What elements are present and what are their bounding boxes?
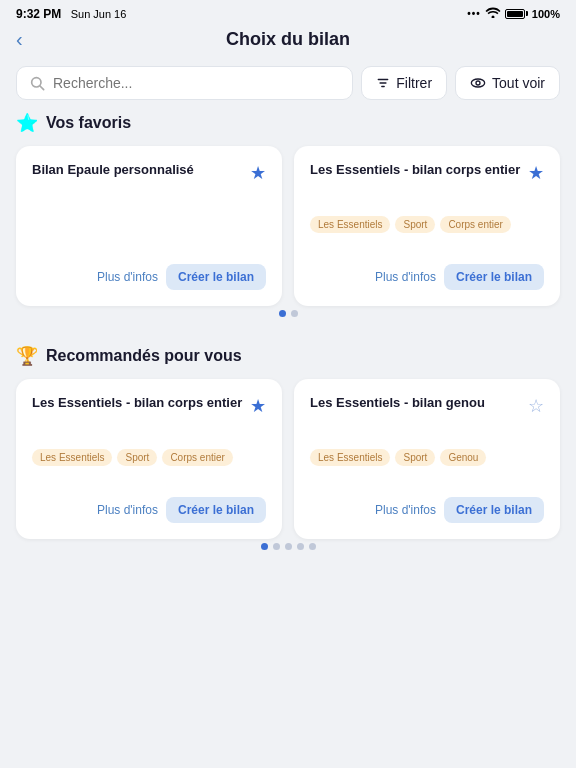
card-header-0-1: Les Essentiels - bilan corps entier★ (310, 162, 544, 184)
tag-sport: Sport (395, 216, 435, 233)
card-link-0-0[interactable]: Plus d'infos (97, 270, 158, 284)
card-title-1-0: Les Essentiels - bilan corps entier (32, 395, 244, 412)
section-icon-recommandes: 🏆 (16, 345, 38, 367)
status-time-date: 9:32 PM Sun Jun 16 (16, 7, 126, 21)
svg-point-6 (476, 81, 480, 85)
create-button-0-1[interactable]: Créer le bilan (444, 264, 544, 290)
status-bar: 9:32 PM Sun Jun 16 ••• 100% (0, 0, 576, 25)
card-header-1-1: Les Essentiels - bilan genou☆ (310, 395, 544, 417)
signal-icon: ••• (467, 8, 481, 19)
tout-voir-button[interactable]: Tout voir (455, 66, 560, 100)
search-field-wrap[interactable] (16, 66, 353, 100)
section-title-favoris: Vos favoris (46, 114, 131, 132)
tag-genou: Genou (440, 449, 486, 466)
card-title-1-1: Les Essentiels - bilan genou (310, 395, 522, 412)
card-title-0-0: Bilan Epaule personnalisé (32, 162, 244, 179)
card-link-1-1[interactable]: Plus d'infos (375, 503, 436, 517)
section-favoris: ⭐Vos favorisBilan Epaule personnalisé★Pl… (0, 112, 576, 345)
back-button[interactable]: ‹ (16, 28, 23, 51)
tag-corps-entier: Corps entier (162, 449, 232, 466)
card-link-0-1[interactable]: Plus d'infos (375, 270, 436, 284)
card-tags-1-0: Les EssentielsSportCorps entier (32, 449, 266, 466)
search-icon (29, 75, 45, 91)
page-title: Choix du bilan (226, 29, 350, 50)
dot-recommandes-0[interactable] (261, 543, 268, 550)
status-time: 9:32 PM (16, 7, 61, 21)
section-title-recommandes: Recommandés pour vous (46, 347, 242, 365)
status-indicators: ••• 100% (467, 6, 560, 21)
star-button-0-1[interactable]: ★ (528, 162, 544, 184)
wifi-icon (485, 6, 501, 21)
section-header-favoris: ⭐Vos favoris (16, 112, 560, 134)
create-button-1-1[interactable]: Créer le bilan (444, 497, 544, 523)
dot-favoris-1[interactable] (291, 310, 298, 317)
create-button-1-0[interactable]: Créer le bilan (166, 497, 266, 523)
battery-icon (505, 9, 528, 19)
search-input[interactable] (53, 75, 340, 91)
card-footer-0-1: Plus d'infosCréer le bilan (310, 264, 544, 290)
card-recommandes-0: Les Essentiels - bilan corps entier★Les … (16, 379, 282, 539)
dots-row-favoris (16, 310, 560, 317)
search-filter-row: Filtrer Tout voir (0, 58, 576, 112)
card-favoris-1: Les Essentiels - bilan corps entier★Les … (294, 146, 560, 306)
card-footer-1-0: Plus d'infosCréer le bilan (32, 497, 266, 523)
card-header-0-0: Bilan Epaule personnalisé★ (32, 162, 266, 184)
section-recommandes: 🏆Recommandés pour vousLes Essentiels - b… (0, 345, 576, 578)
card-tags-0-1: Les EssentielsSportCorps entier (310, 216, 544, 233)
tag-corps-entier: Corps entier (440, 216, 510, 233)
card-footer-1-1: Plus d'infosCréer le bilan (310, 497, 544, 523)
dot-recommandes-4[interactable] (309, 543, 316, 550)
status-date: Sun Jun 16 (71, 8, 127, 20)
dots-row-recommandes (16, 543, 560, 550)
svg-line-1 (40, 86, 44, 90)
tag-sport: Sport (395, 449, 435, 466)
dot-recommandes-2[interactable] (285, 543, 292, 550)
star-button-1-0[interactable]: ★ (250, 395, 266, 417)
filter-button[interactable]: Filtrer (361, 66, 447, 100)
section-header-recommandes: 🏆Recommandés pour vous (16, 345, 560, 367)
svg-point-5 (471, 79, 484, 87)
card-title-0-1: Les Essentiels - bilan corps entier (310, 162, 522, 179)
create-button-0-0[interactable]: Créer le bilan (166, 264, 266, 290)
tag-les-essentiels: Les Essentiels (310, 449, 390, 466)
star-button-0-0[interactable]: ★ (250, 162, 266, 184)
tag-les-essentiels: Les Essentiels (310, 216, 390, 233)
battery-percent: 100% (532, 8, 560, 20)
card-header-1-0: Les Essentiels - bilan corps entier★ (32, 395, 266, 417)
dot-recommandes-3[interactable] (297, 543, 304, 550)
card-tags-1-1: Les EssentielsSportGenou (310, 449, 544, 466)
card-favoris-0: Bilan Epaule personnalisé★Plus d'infosCr… (16, 146, 282, 306)
star-button-1-1[interactable]: ☆ (528, 395, 544, 417)
card-recommandes-1: Les Essentiels - bilan genou☆Les Essenti… (294, 379, 560, 539)
eye-icon (470, 77, 486, 89)
cards-row-favoris: Bilan Epaule personnalisé★Plus d'infosCr… (16, 146, 560, 306)
card-footer-0-0: Plus d'infosCréer le bilan (32, 264, 266, 290)
page-header: ‹ Choix du bilan (0, 25, 576, 58)
tag-sport: Sport (117, 449, 157, 466)
dot-favoris-0[interactable] (279, 310, 286, 317)
card-link-1-0[interactable]: Plus d'infos (97, 503, 158, 517)
filter-icon (376, 76, 390, 90)
dot-recommandes-1[interactable] (273, 543, 280, 550)
section-icon-favoris: ⭐ (16, 112, 38, 134)
tag-les-essentiels: Les Essentiels (32, 449, 112, 466)
cards-row-recommandes: Les Essentiels - bilan corps entier★Les … (16, 379, 560, 539)
